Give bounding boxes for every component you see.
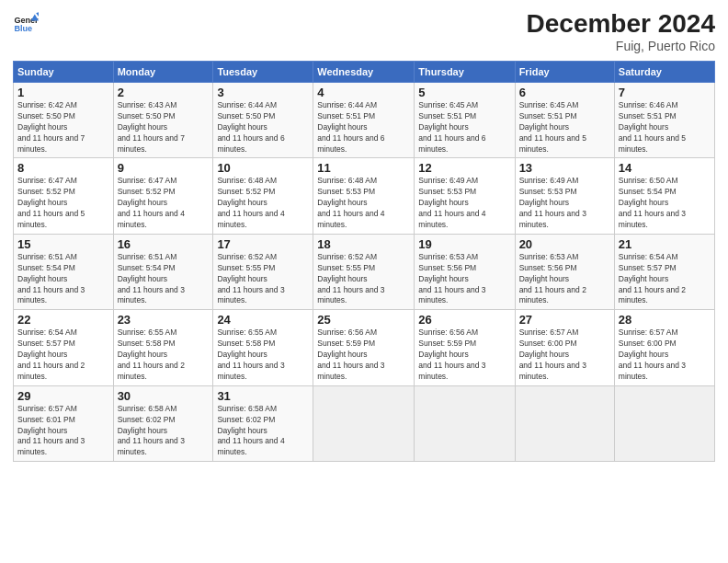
day-number: 11 xyxy=(317,161,410,175)
day-info: Sunrise: 6:42 AM Sunset: 5:50 PM Dayligh… xyxy=(17,100,109,155)
day-info: Sunrise: 6:46 AM Sunset: 5:51 PM Dayligh… xyxy=(619,100,711,155)
day-info: Sunrise: 6:54 AM Sunset: 5:57 PM Dayligh… xyxy=(17,327,109,382)
page: General Blue December 2024 Fuig, Puerto … xyxy=(0,0,728,563)
day-number: 4 xyxy=(317,86,410,99)
table-row: 30 Sunrise: 6:58 AM Sunset: 6:02 PM Dayl… xyxy=(113,385,213,461)
table-row: 2 Sunrise: 6:43 AM Sunset: 5:50 PM Dayli… xyxy=(113,83,213,158)
day-number: 2 xyxy=(118,86,210,99)
day-number: 23 xyxy=(118,313,210,327)
day-info: Sunrise: 6:55 AM Sunset: 5:58 PM Dayligh… xyxy=(217,327,309,382)
day-info: Sunrise: 6:52 AM Sunset: 5:55 PM Dayligh… xyxy=(317,252,410,306)
table-row: 8 Sunrise: 6:47 AM Sunset: 5:52 PM Dayli… xyxy=(14,158,114,234)
table-row: 26 Sunrise: 6:56 AM Sunset: 5:59 PM Dayl… xyxy=(415,310,515,385)
day-number: 28 xyxy=(619,313,711,327)
day-info: Sunrise: 6:57 AM Sunset: 6:01 PM Dayligh… xyxy=(17,404,109,458)
calendar-week-row: 1 Sunrise: 6:42 AM Sunset: 5:50 PM Dayli… xyxy=(14,83,715,158)
day-number: 18 xyxy=(317,237,410,251)
day-number: 3 xyxy=(217,86,309,99)
day-info: Sunrise: 6:53 AM Sunset: 5:56 PM Dayligh… xyxy=(519,252,610,306)
title-block: December 2024 Fuig, Puerto Rico xyxy=(527,9,715,53)
day-info: Sunrise: 6:58 AM Sunset: 6:02 PM Dayligh… xyxy=(118,404,210,458)
day-number: 12 xyxy=(418,161,510,175)
day-number: 15 xyxy=(17,237,109,251)
day-info: Sunrise: 6:48 AM Sunset: 5:52 PM Dayligh… xyxy=(217,176,309,230)
day-info: Sunrise: 6:44 AM Sunset: 5:51 PM Dayligh… xyxy=(317,100,410,155)
table-row: 24 Sunrise: 6:55 AM Sunset: 5:58 PM Dayl… xyxy=(213,310,313,385)
table-row xyxy=(313,385,415,461)
table-row xyxy=(614,385,714,461)
calendar-table: Sunday Monday Tuesday Wednesday Thursday… xyxy=(13,61,715,462)
table-row: 5 Sunrise: 6:45 AM Sunset: 5:51 PM Dayli… xyxy=(415,83,515,158)
table-row: 7 Sunrise: 6:46 AM Sunset: 5:51 PM Dayli… xyxy=(614,83,714,158)
table-row: 18 Sunrise: 6:52 AM Sunset: 5:55 PM Dayl… xyxy=(313,234,415,309)
general-blue-logo-icon: General Blue xyxy=(13,9,39,35)
table-row: 28 Sunrise: 6:57 AM Sunset: 6:00 PM Dayl… xyxy=(614,310,714,385)
table-row: 11 Sunrise: 6:48 AM Sunset: 5:53 PM Dayl… xyxy=(313,158,415,234)
table-row: 27 Sunrise: 6:57 AM Sunset: 6:00 PM Dayl… xyxy=(515,310,614,385)
table-row: 15 Sunrise: 6:51 AM Sunset: 5:54 PM Dayl… xyxy=(14,234,114,309)
svg-text:Blue: Blue xyxy=(14,24,32,33)
day-number: 10 xyxy=(217,161,309,175)
table-row: 3 Sunrise: 6:44 AM Sunset: 5:50 PM Dayli… xyxy=(213,83,313,158)
day-info: Sunrise: 6:53 AM Sunset: 5:56 PM Dayligh… xyxy=(418,252,510,306)
col-saturday: Saturday xyxy=(614,62,714,83)
table-row: 20 Sunrise: 6:53 AM Sunset: 5:56 PM Dayl… xyxy=(515,234,614,309)
day-info: Sunrise: 6:58 AM Sunset: 6:02 PM Dayligh… xyxy=(217,404,309,458)
table-row: 10 Sunrise: 6:48 AM Sunset: 5:52 PM Dayl… xyxy=(213,158,313,234)
table-row xyxy=(415,385,515,461)
table-row: 17 Sunrise: 6:52 AM Sunset: 5:55 PM Dayl… xyxy=(213,234,313,309)
col-thursday: Thursday xyxy=(415,62,515,83)
table-row: 31 Sunrise: 6:58 AM Sunset: 6:02 PM Dayl… xyxy=(213,385,313,461)
day-info: Sunrise: 6:57 AM Sunset: 6:00 PM Dayligh… xyxy=(619,327,711,382)
day-number: 26 xyxy=(418,313,510,327)
day-number: 27 xyxy=(519,313,610,327)
calendar-week-row: 8 Sunrise: 6:47 AM Sunset: 5:52 PM Dayli… xyxy=(14,158,715,234)
day-info: Sunrise: 6:51 AM Sunset: 5:54 PM Dayligh… xyxy=(118,252,210,306)
table-row: 1 Sunrise: 6:42 AM Sunset: 5:50 PM Dayli… xyxy=(14,83,114,158)
day-info: Sunrise: 6:45 AM Sunset: 5:51 PM Dayligh… xyxy=(519,100,610,155)
day-info: Sunrise: 6:51 AM Sunset: 5:54 PM Dayligh… xyxy=(17,252,109,306)
table-row: 29 Sunrise: 6:57 AM Sunset: 6:01 PM Dayl… xyxy=(14,385,114,461)
table-row: 25 Sunrise: 6:56 AM Sunset: 5:59 PM Dayl… xyxy=(313,310,415,385)
table-row: 4 Sunrise: 6:44 AM Sunset: 5:51 PM Dayli… xyxy=(313,83,415,158)
table-row: 23 Sunrise: 6:55 AM Sunset: 5:58 PM Dayl… xyxy=(113,310,213,385)
day-info: Sunrise: 6:48 AM Sunset: 5:53 PM Dayligh… xyxy=(317,176,410,230)
day-info: Sunrise: 6:57 AM Sunset: 6:00 PM Dayligh… xyxy=(519,327,610,382)
month-title: December 2024 xyxy=(527,9,715,39)
day-number: 6 xyxy=(519,86,610,99)
table-row: 14 Sunrise: 6:50 AM Sunset: 5:54 PM Dayl… xyxy=(614,158,714,234)
table-row: 13 Sunrise: 6:49 AM Sunset: 5:53 PM Dayl… xyxy=(515,158,614,234)
table-row: 6 Sunrise: 6:45 AM Sunset: 5:51 PM Dayli… xyxy=(515,83,614,158)
day-info: Sunrise: 6:52 AM Sunset: 5:55 PM Dayligh… xyxy=(217,252,309,306)
day-number: 22 xyxy=(17,313,109,327)
day-number: 16 xyxy=(118,237,210,251)
col-tuesday: Tuesday xyxy=(213,62,313,83)
day-number: 8 xyxy=(17,161,109,175)
day-number: 19 xyxy=(418,237,510,251)
location-subtitle: Fuig, Puerto Rico xyxy=(527,39,715,53)
day-number: 7 xyxy=(619,86,711,99)
day-number: 14 xyxy=(619,161,711,175)
day-info: Sunrise: 6:54 AM Sunset: 5:57 PM Dayligh… xyxy=(619,252,711,306)
day-info: Sunrise: 6:47 AM Sunset: 5:52 PM Dayligh… xyxy=(17,176,109,230)
logo: General Blue xyxy=(13,9,39,35)
day-number: 31 xyxy=(217,389,309,403)
header: General Blue December 2024 Fuig, Puerto … xyxy=(13,9,715,53)
day-number: 9 xyxy=(118,161,210,175)
calendar-week-row: 22 Sunrise: 6:54 AM Sunset: 5:57 PM Dayl… xyxy=(14,310,715,385)
day-info: Sunrise: 6:50 AM Sunset: 5:54 PM Dayligh… xyxy=(619,176,711,230)
day-info: Sunrise: 6:43 AM Sunset: 5:50 PM Dayligh… xyxy=(118,100,210,155)
day-number: 30 xyxy=(118,389,210,403)
table-row: 22 Sunrise: 6:54 AM Sunset: 5:57 PM Dayl… xyxy=(14,310,114,385)
day-number: 17 xyxy=(217,237,309,251)
day-info: Sunrise: 6:49 AM Sunset: 5:53 PM Dayligh… xyxy=(418,176,510,230)
day-info: Sunrise: 6:55 AM Sunset: 5:58 PM Dayligh… xyxy=(118,327,210,382)
table-row: 9 Sunrise: 6:47 AM Sunset: 5:52 PM Dayli… xyxy=(113,158,213,234)
table-row: 16 Sunrise: 6:51 AM Sunset: 5:54 PM Dayl… xyxy=(113,234,213,309)
table-row: 19 Sunrise: 6:53 AM Sunset: 5:56 PM Dayl… xyxy=(415,234,515,309)
col-friday: Friday xyxy=(515,62,614,83)
day-info: Sunrise: 6:45 AM Sunset: 5:51 PM Dayligh… xyxy=(418,100,510,155)
header-row: Sunday Monday Tuesday Wednesday Thursday… xyxy=(14,62,715,83)
day-number: 29 xyxy=(17,389,109,403)
day-number: 21 xyxy=(619,237,711,251)
